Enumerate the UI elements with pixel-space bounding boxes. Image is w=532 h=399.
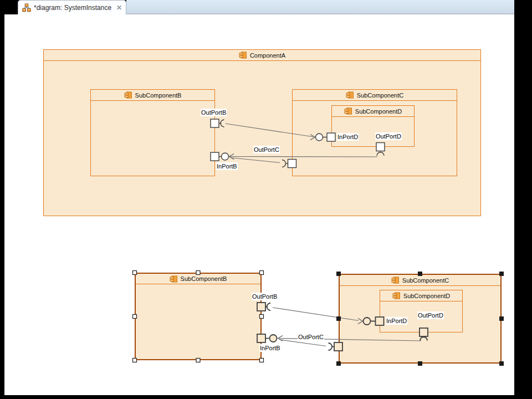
sub-component-b-label: SubComponentB [181, 275, 227, 282]
out-port-c-label-top: OutPortC [253, 146, 280, 154]
in-port-d-label-top: InPortD [337, 133, 359, 141]
selection-handle[interactable] [196, 271, 200, 275]
selection-handle[interactable] [337, 272, 341, 276]
port-square-inportb-top[interactable] [211, 152, 219, 161]
selection-handle[interactable] [418, 362, 422, 366]
selection-handle[interactable] [337, 362, 341, 366]
editor-tab-diagram-systeminstance[interactable]: *diagram: SystemInstance ✕ [18, 0, 126, 14]
sub-component-d-label: SubComponentD [403, 293, 450, 299]
port-square-outportc-top[interactable] [288, 160, 296, 168]
selection-handle[interactable] [133, 315, 137, 319]
uml-component-icon [170, 275, 178, 283]
component-a-label: ComponentA [250, 52, 285, 59]
letterbox-right [514, 0, 532, 399]
port-square-inportd-bottom[interactable] [376, 317, 384, 325]
letterbox-bottom [0, 395, 532, 399]
out-port-b-label-bottom: OutPortB [252, 293, 278, 300]
sub-component-d-header: SubComponentD [380, 290, 462, 301]
selection-handle[interactable] [196, 359, 200, 362]
sub-component-b-label: SubComponentB [135, 92, 182, 99]
selection-handle[interactable] [260, 359, 264, 362]
out-port-d-label-bottom: OutPortD [417, 311, 444, 319]
selection-handle[interactable] [500, 272, 504, 276]
port-square-outportb-bottom[interactable] [257, 303, 265, 311]
port-square-outportb-top[interactable] [211, 119, 219, 127]
selection-handle[interactable] [133, 359, 137, 362]
sub-component-d-label: SubComponentD [355, 108, 402, 115]
port-square-inportb-bottom[interactable] [257, 334, 265, 342]
sub-component-c-header: SubComponentC [293, 90, 457, 101]
sub-component-b-bottom-selected[interactable]: SubComponentB [135, 273, 262, 360]
out-port-b-label-top: OutPortB [201, 109, 227, 116]
port-square-inportd-top[interactable] [327, 133, 335, 141]
sub-component-b-header: SubComponentB [136, 274, 260, 284]
selection-handle[interactable] [500, 362, 504, 366]
selection-handle[interactable] [500, 317, 504, 321]
sub-component-c-label: SubComponentC [402, 277, 449, 284]
tab-close-icon[interactable]: ✕ [116, 4, 122, 11]
uml-component-icon [239, 52, 247, 59]
uml-component-icon [392, 292, 401, 299]
sub-component-b-top[interactable]: SubComponentB [90, 89, 215, 176]
out-port-c-label-bottom: OutPortC [298, 333, 324, 341]
selection-handle[interactable] [133, 271, 137, 275]
in-port-b-label-bottom: InPortB [259, 344, 281, 352]
uml-component-icon [124, 91, 132, 99]
sub-component-b-header: SubComponentB [91, 90, 214, 101]
editor-tab-bar [126, 0, 514, 14]
uml-component-icon [346, 91, 354, 99]
component-a-header: ComponentA [44, 50, 480, 61]
selection-handle[interactable] [418, 272, 422, 276]
connection-outportd-inportb-top[interactable] [230, 157, 377, 157]
in-port-d-label-bottom: InPortD [386, 317, 407, 325]
uml-component-icon [391, 277, 400, 284]
ball-icon-inportb-bottom[interactable] [270, 335, 277, 342]
selection-handle[interactable] [260, 315, 264, 319]
ball-icon-inportd-top[interactable] [316, 134, 323, 141]
letterbox-left [0, 0, 4, 399]
tab-title: *diagram: SystemInstance [34, 4, 111, 12]
port-square-outportd-bottom[interactable] [420, 328, 428, 336]
diagram-hierarchy-icon [22, 3, 31, 12]
sub-component-c-label: SubComponentC [357, 92, 403, 99]
in-port-b-label-top: InPortB [216, 162, 238, 170]
selection-handle[interactable] [337, 317, 341, 321]
ball-icon-inportb-top[interactable] [222, 153, 229, 160]
sub-component-d-header: SubComponentD [332, 106, 414, 117]
ball-icon-inportd-bottom[interactable] [364, 318, 371, 325]
selection-handle[interactable] [260, 271, 264, 275]
sub-component-c-header: SubComponentC [340, 275, 500, 286]
port-square-outportc-bottom[interactable] [334, 342, 342, 351]
port-square-outportd-top[interactable] [376, 143, 385, 151]
out-port-d-label-top: OutPortD [375, 132, 402, 140]
uml-component-icon [344, 108, 352, 115]
